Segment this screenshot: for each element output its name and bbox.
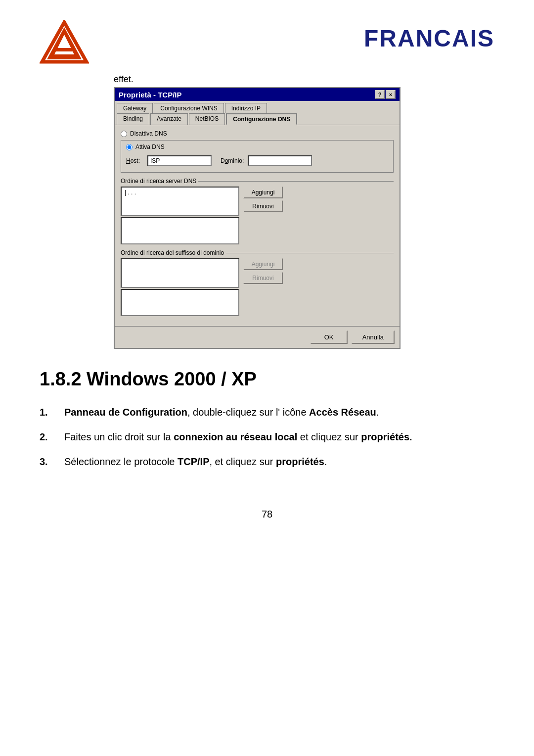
list-text-3: Sélectionnez le protocole TCP/IP, et cli… (64, 454, 494, 469)
radio-attiva[interactable] (126, 144, 133, 150)
tab-configurazione-dns[interactable]: Configurazione DNS (226, 113, 297, 125)
tab-configurazione-wins[interactable]: Configurazione WINS (154, 103, 223, 113)
tabs-row-1: Gateway Configurazione WINS Indirizzo IP (115, 101, 400, 113)
dns-section-content: | . . . Aggiungi Rimuovi (121, 187, 394, 244)
tab-indirizzo-ip[interactable]: Indirizzo IP (225, 103, 267, 113)
list-number-3: 3. (40, 454, 54, 469)
list-text-1: Panneau de Configuration, double-cliquez… (64, 405, 494, 420)
section-heading: 1.8.2 Windows 2000 / XP (40, 369, 494, 390)
radio-attiva-label: Attiva DNS (135, 143, 165, 150)
titlebar-buttons: ? × (375, 90, 396, 99)
suffix-list-top[interactable] (121, 258, 239, 288)
suffix-section-label: Ordine di ricerca del suffisso di domini… (121, 249, 394, 256)
tab-binding[interactable]: Binding (117, 113, 149, 125)
dialog-title: Proprietà - TCP/IP (119, 91, 182, 99)
header: FRANCAIS (0, 0, 534, 74)
host-input[interactable] (147, 155, 212, 166)
page-number: 78 (0, 499, 534, 530)
logo (40, 20, 89, 64)
list-number-2: 2. (40, 429, 54, 444)
radio-disattiva-label: Disattiva DNS (130, 130, 167, 137)
tabs-row-2: Binding Avanzate NetBIOS Configurazione … (115, 113, 400, 125)
list-item-3: 3. Sélectionnez le protocole TCP/IP, et … (40, 454, 494, 469)
attiva-header: Attiva DNS (126, 143, 388, 150)
main-content: 1.8.2 Windows 2000 / XP 1. Panneau de Co… (0, 349, 534, 499)
aggiungi-suffix-button[interactable]: Aggiungi (243, 258, 283, 270)
dns-buttons: Aggiungi Rimuovi (243, 187, 283, 244)
svg-rect-3 (56, 48, 73, 51)
dialog-footer: OK Annulla (115, 326, 400, 348)
list-text-2: Faites un clic droit sur la connexion au… (64, 429, 494, 444)
dominio-input[interactable] (248, 155, 312, 166)
tab-netbios[interactable]: NetBIOS (189, 113, 225, 125)
dialog-wrapper: Proprietà - TCP/IP ? × Gateway Configura… (0, 87, 534, 349)
dialog-titlebar: Proprietà - TCP/IP ? × (115, 88, 400, 101)
dns-list[interactable]: | . . . (121, 187, 239, 216)
suffix-list-bottom[interactable] (121, 289, 239, 316)
dialog-tcpip: Proprietà - TCP/IP ? × Gateway Configura… (114, 87, 400, 349)
dns-list-bottom[interactable] (121, 217, 239, 244)
suffix-section: Ordine di ricerca del suffisso di domini… (121, 249, 394, 316)
close-button[interactable]: × (386, 90, 396, 99)
brand-label: FRANCAIS (364, 20, 494, 52)
host-label-text: ost: (131, 157, 140, 164)
dns-section-label: Ordine di ricerca server DNS (121, 178, 394, 185)
rimuovi-dns-button[interactable]: Rimuovi (243, 200, 283, 212)
dns-section: Ordine di ricerca server DNS | . . . Agg… (121, 178, 394, 244)
host-label: Host: (126, 157, 143, 164)
help-button[interactable]: ? (375, 90, 385, 99)
suffix-list-container (121, 258, 239, 316)
radio-disattiva-row: Disattiva DNS (121, 130, 394, 137)
tab-gateway[interactable]: Gateway (117, 103, 153, 113)
ok-button[interactable]: OK (311, 331, 348, 344)
list-number-1: 1. (40, 405, 54, 420)
dns-list-entry: | . . . (123, 189, 237, 196)
rimuovi-suffix-button[interactable]: Rimuovi (243, 272, 283, 284)
instruction-list: 1. Panneau de Configuration, double-cliq… (40, 405, 494, 469)
dialog-content: Disattiva DNS Attiva DNS Host: Dominio: (115, 125, 400, 326)
dns-list-container: | . . . (121, 187, 239, 244)
suffix-section-content: Aggiungi Rimuovi (121, 258, 394, 316)
effet-text: effet. (0, 74, 534, 87)
aggiungi-dns-button[interactable]: Aggiungi (243, 187, 283, 198)
host-dominio-row: Host: Dominio: (126, 155, 388, 166)
annulla-button[interactable]: Annulla (352, 331, 395, 344)
dominio-label: Dominio: (221, 157, 244, 164)
radio-disattiva[interactable] (121, 131, 127, 137)
list-item-1: 1. Panneau de Configuration, double-cliq… (40, 405, 494, 420)
tab-avanzate[interactable]: Avanzate (150, 113, 188, 125)
list-item-2: 2. Faites un clic droit sur la connexion… (40, 429, 494, 444)
attiva-dns-group: Attiva DNS Host: Dominio: (121, 140, 394, 173)
suffix-buttons: Aggiungi Rimuovi (243, 258, 283, 316)
